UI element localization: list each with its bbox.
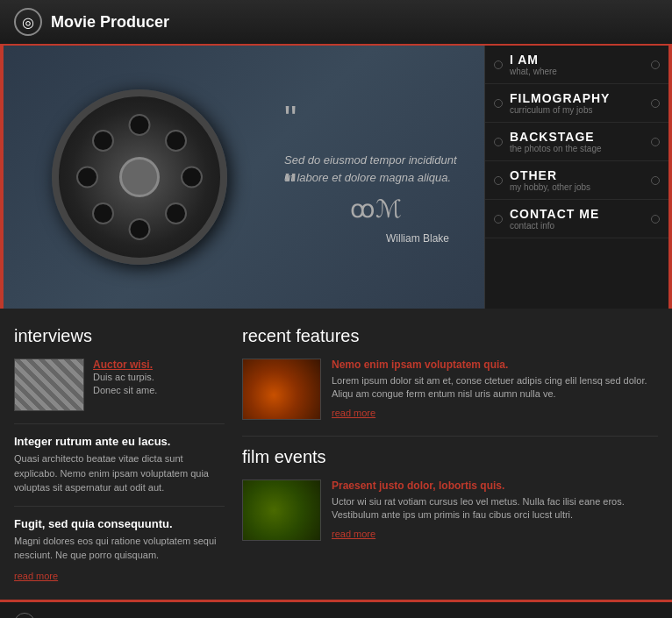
nav-dot-left	[494, 60, 503, 69]
nav-dot-right	[651, 138, 660, 146]
nav-item-content: FILMOGRAPHY curriculum of my jobs	[510, 91, 651, 115]
block-text-1: Quasi architecto beatae vitae dicta sunt…	[14, 451, 225, 495]
divider	[242, 436, 658, 437]
nav-item-other[interactable]: OTHER my hobby, other jobs	[485, 161, 668, 200]
footer-left: ◎ Movie Producer © 2006 / Privacy Policy	[14, 613, 211, 619]
block-title-2: Fugit, sed quia consequuntu.	[14, 517, 225, 530]
nav-subtitle: my hobby, other jobs	[510, 182, 651, 192]
hero-center: " Sed do eiusmod tempor incididunt ut la…	[275, 46, 484, 309]
interview-link[interactable]: Auctor wisi.	[93, 359, 157, 371]
feature-text: Lorem ipsum dolor sit am et, conse ctetu…	[332, 374, 658, 401]
nav-dot-left	[494, 99, 503, 108]
thumb-image-green	[243, 480, 320, 540]
footer-logo-icon: ◎	[14, 613, 35, 619]
hero-quote: Sed do eiusmod tempor incididunt ut labo…	[284, 152, 467, 186]
nav-subtitle: what, where	[510, 67, 651, 76]
film-event-content: Praesent justo dolor, lobortis quis. Uct…	[332, 479, 658, 541]
hero-section: " Sed do eiusmod tempor incididunt ut la…	[0, 46, 672, 309]
divider	[14, 506, 225, 507]
film-event-read-more[interactable]: read more	[332, 529, 375, 539]
nav-dot-left	[494, 215, 503, 224]
nav-item-backstage[interactable]: BACKSTAGE the photos on the stage	[485, 123, 668, 161]
interview-line1: Duis ac turpis.	[93, 371, 157, 384]
interviews-column: interviews Auctor wisi. Duis ac turpis. …	[14, 326, 225, 582]
reel-hole	[92, 130, 114, 152]
feature-item: Nemo enim ipsam voluptatem quia. Lorem i…	[242, 359, 658, 420]
interview-card-text: Auctor wisi. Duis ac turpis. Donec sit a…	[93, 359, 157, 411]
block-text-2: Magni dolores eos qui ratione voluptatem…	[14, 534, 225, 563]
features-column: recent features Nemo enim ipsam voluptat…	[242, 326, 658, 582]
reel-hole	[76, 167, 98, 188]
quote-open: "	[284, 110, 467, 127]
nav-item-content: BACKSTAGE the photos on the stage	[510, 130, 651, 153]
reel-hole	[181, 167, 203, 188]
nav-title: I AM	[510, 53, 651, 67]
main-content: interviews Auctor wisi. Duis ac turpis. …	[0, 309, 672, 600]
nav-dot-right	[651, 99, 660, 108]
nav-item-filmography[interactable]: FILMOGRAPHY curriculum of my jobs	[485, 84, 668, 123]
header-logo-icon: ◎	[14, 8, 42, 36]
interview-card: Auctor wisi. Duis ac turpis. Donec sit a…	[14, 359, 225, 411]
features-read-more[interactable]: read more	[332, 408, 375, 418]
nav-title: CONTACT ME	[510, 207, 651, 221]
feature-title[interactable]: Nemo enim ipsam voluptatem quia.	[332, 359, 658, 371]
nav-item-content: I AM what, where	[510, 53, 651, 76]
nav-dot-left	[494, 176, 503, 185]
film-event-item: Praesent justo dolor, lobortis quis. Uct…	[242, 479, 658, 541]
reel-hole	[165, 202, 187, 224]
reel-hole	[129, 218, 151, 240]
reel-hole	[129, 114, 151, 136]
nav-item-content: OTHER my hobby, other jobs	[510, 168, 651, 192]
nav-dot-right	[651, 60, 660, 69]
reel-hole	[92, 202, 114, 224]
feature-content: Nemo enim ipsam voluptatem quia. Lorem i…	[332, 359, 658, 420]
nav-dot-right	[651, 176, 660, 185]
block-title-1: Integer rutrum ante eu lacus.	[14, 435, 225, 448]
film-reel	[52, 89, 227, 265]
hero-left	[4, 46, 275, 309]
nav-dot-left	[494, 138, 503, 146]
interviews-read-more[interactable]: read more	[14, 571, 58, 581]
nav-subtitle: the photos on the stage	[510, 144, 651, 153]
nav-item-contact[interactable]: CONTACT ME contact info	[485, 200, 668, 238]
feature-thumbnail	[242, 359, 321, 420]
divider	[14, 423, 225, 424]
nav-title: BACKSTAGE	[510, 130, 651, 144]
film-event-text: Uctor wi siu rat votiam cursus leo vel m…	[332, 495, 658, 522]
film-events-title: film events	[242, 447, 658, 467]
site-title: Movie Producer	[51, 13, 169, 32]
thumb-image-orange	[243, 359, 320, 419]
film-event-thumbnail	[242, 479, 321, 541]
thumb-image	[15, 359, 83, 410]
nav-panel: I AM what, where FILMOGRAPHY curriculum …	[484, 46, 668, 309]
interview-thumbnail	[14, 359, 84, 411]
reel-hole	[165, 130, 187, 152]
nav-title: FILMOGRAPHY	[510, 91, 651, 105]
logo-symbol: ◎	[22, 14, 34, 31]
nav-item-content: CONTACT ME contact info	[510, 207, 651, 231]
footer: ◎ Movie Producer © 2006 / Privacy Policy…	[0, 600, 672, 619]
interview-line2: Donec sit ame.	[93, 384, 157, 397]
nav-subtitle: contact info	[510, 221, 651, 231]
nav-item-i-am[interactable]: I AM what, where	[485, 46, 668, 84]
nav-title: OTHER	[510, 168, 651, 182]
interviews-title: interviews	[14, 326, 225, 346]
hero-author: William Blake	[284, 232, 467, 245]
header: ◎ Movie Producer	[0, 0, 672, 46]
recent-features-title: recent features	[242, 326, 658, 346]
film-event-title[interactable]: Praesent justo dolor, lobortis quis.	[332, 479, 658, 492]
nav-dot-right	[651, 215, 660, 224]
nav-subtitle: curriculum of my jobs	[510, 105, 651, 115]
hero-signature: ꝏℳ	[284, 195, 467, 224]
